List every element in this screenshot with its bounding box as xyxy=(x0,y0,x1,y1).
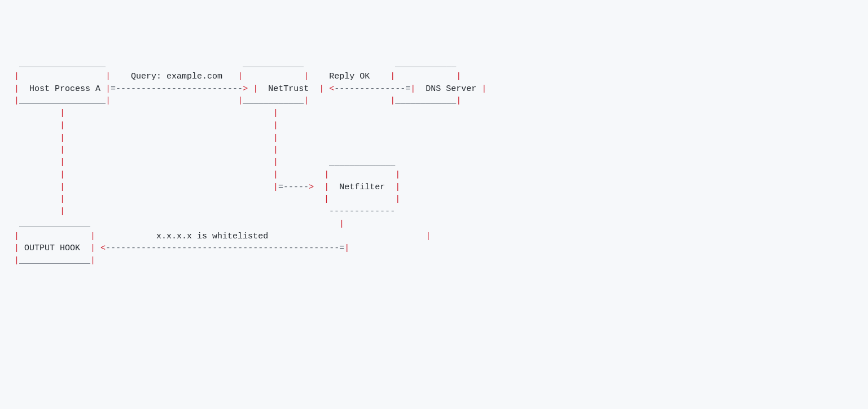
ascii-diagram: _________________ ____________ _________… xyxy=(9,58,859,267)
reply-ok-label: Reply OK xyxy=(309,72,390,81)
output-hook-box: OUTPUT HOOK xyxy=(19,243,90,253)
dns-server-box: DNS Server xyxy=(415,84,481,94)
host-process-box: Host Process A xyxy=(19,84,106,94)
diagram-line: _________________ ____________ _________… xyxy=(9,59,456,69)
query-label: Query: example.com xyxy=(111,72,238,81)
netfilter-box: Netfilter xyxy=(329,182,395,192)
whitelisted-label: x.x.x.x is whitelisted xyxy=(95,232,268,241)
nettrust-box: NetTrust xyxy=(258,84,319,94)
